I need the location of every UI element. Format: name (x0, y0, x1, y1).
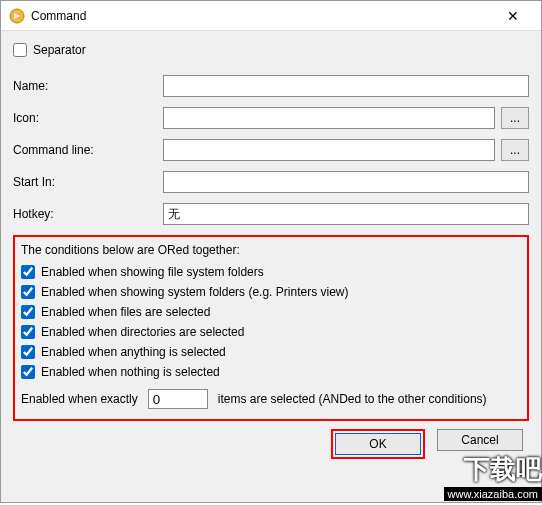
window-title: Command (31, 9, 493, 23)
exact-suffix: items are selected (ANDed to the other c… (218, 392, 487, 406)
dialog-buttons: OK Cancel (13, 429, 529, 459)
separator-checkbox[interactable] (13, 43, 27, 57)
cond-system-folders-checkbox[interactable] (21, 285, 35, 299)
command-dialog: Command ✕ Separator Name: Icon: ... Comm… (0, 0, 542, 503)
icon-label: Icon: (13, 111, 163, 125)
cond-nothing-selected-label: Enabled when nothing is selected (41, 365, 220, 379)
separator-row: Separator (13, 43, 529, 57)
exact-count-row: Enabled when exactly items are selected … (21, 389, 521, 409)
icon-input[interactable] (163, 107, 495, 129)
close-icon[interactable]: ✕ (493, 8, 533, 24)
cond-files-selected-label: Enabled when files are selected (41, 305, 210, 319)
app-icon (9, 8, 25, 24)
exact-count-input[interactable] (148, 389, 208, 409)
hotkey-label: Hotkey: (13, 207, 163, 221)
titlebar: Command ✕ (1, 1, 541, 31)
startin-input[interactable] (163, 171, 529, 193)
commandline-input[interactable] (163, 139, 495, 161)
commandline-label: Command line: (13, 143, 163, 157)
dialog-content: Separator Name: Icon: ... Command line: … (1, 31, 541, 465)
exact-prefix: Enabled when exactly (21, 392, 138, 406)
conditions-group: The conditions below are ORed together: … (13, 235, 529, 421)
cond-dirs-selected-checkbox[interactable] (21, 325, 35, 339)
conditions-title: The conditions below are ORed together: (21, 243, 521, 257)
icon-browse-button[interactable]: ... (501, 107, 529, 129)
cond-anything-selected-checkbox[interactable] (21, 345, 35, 359)
separator-label: Separator (33, 43, 86, 57)
name-input[interactable] (163, 75, 529, 97)
name-label: Name: (13, 79, 163, 93)
commandline-browse-button[interactable]: ... (501, 139, 529, 161)
cond-nothing-selected-checkbox[interactable] (21, 365, 35, 379)
hotkey-input[interactable] (163, 203, 529, 225)
cond-files-selected-checkbox[interactable] (21, 305, 35, 319)
cond-anything-selected-label: Enabled when anything is selected (41, 345, 226, 359)
cond-system-folders-label: Enabled when showing system folders (e.g… (41, 285, 348, 299)
cond-fs-folders-label: Enabled when showing file system folders (41, 265, 264, 279)
startin-label: Start In: (13, 175, 163, 189)
cond-fs-folders-checkbox[interactable] (21, 265, 35, 279)
ok-button[interactable]: OK (335, 433, 421, 455)
ok-highlight: OK (331, 429, 425, 459)
cancel-button[interactable]: Cancel (437, 429, 523, 451)
cond-dirs-selected-label: Enabled when directories are selected (41, 325, 244, 339)
